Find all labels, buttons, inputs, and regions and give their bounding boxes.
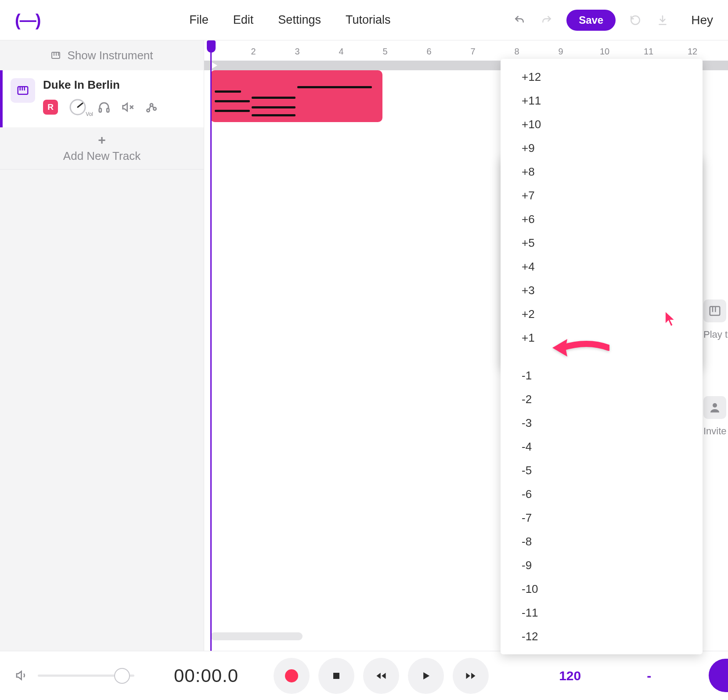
ruler-num: 4 (339, 47, 343, 57)
svg-rect-11 (107, 108, 109, 112)
playhead-marker[interactable] (207, 40, 216, 53)
headphones-icon[interactable] (97, 101, 111, 114)
pitch-option-minus-7[interactable]: -7 (501, 506, 703, 530)
ruler-num: 9 (558, 47, 563, 57)
annotation-arrow-icon (552, 336, 609, 362)
help-bubble[interactable] (709, 659, 728, 692)
pitch-option-minus-4[interactable]: -4 (501, 435, 703, 458)
pitch-option-plus-8[interactable]: +8 (501, 160, 703, 184)
logo-icon: (—) (15, 12, 40, 29)
pitch-option-minus-9[interactable]: -9 (501, 553, 703, 577)
ruler-num: 8 (514, 47, 519, 57)
track-info: Duke In Berlin R Vol (43, 78, 196, 116)
pitch-option-plus-7[interactable]: +7 (501, 184, 703, 207)
plus-icon: + (98, 134, 106, 147)
ruler-num: 10 (600, 47, 609, 57)
pitch-option-minus-2[interactable]: -2 (501, 387, 703, 411)
svg-rect-35 (333, 673, 339, 679)
user-icon (703, 396, 726, 419)
side-card-invite[interactable]: Invite a friend (703, 396, 728, 462)
svg-point-15 (150, 104, 153, 106)
rewind-button[interactable] (363, 658, 399, 694)
sidebar: Show Instrument Duke In Berlin R Vol (0, 40, 204, 651)
show-instrument-label: Show Instrument (67, 49, 153, 62)
add-track-button[interactable]: + Add New Track (0, 127, 204, 170)
main-menu: File Edit Settings Tutorials (189, 13, 390, 27)
key-display[interactable]: - (647, 668, 651, 683)
cursor-icon (663, 310, 678, 325)
pitch-option-minus-6[interactable]: -6 (501, 482, 703, 506)
record-button[interactable] (274, 658, 310, 694)
ruler-num: 6 (426, 47, 431, 57)
mute-icon[interactable] (121, 101, 134, 114)
side-card-label: Play the synth (703, 328, 728, 341)
svg-line-9 (78, 103, 83, 107)
pitch-option-plus-10[interactable]: +10 (501, 112, 703, 136)
track-controls: R Vol (43, 98, 196, 116)
menu-file[interactable]: File (189, 13, 209, 27)
track-row[interactable]: Duke In Berlin R Vol (0, 70, 204, 127)
undo-icon[interactable] (512, 13, 527, 28)
ruler-num: 2 (251, 47, 256, 57)
add-track-label: Add New Track (63, 149, 141, 163)
track-name-label: Duke In Berlin (43, 78, 196, 92)
volume-slider-thumb[interactable] (114, 668, 130, 684)
ruler-num: 7 (470, 47, 475, 57)
transport-bar: 00:00.0 120 - (0, 651, 728, 700)
side-card-label: Invite a friend (703, 425, 728, 438)
volume-knob[interactable]: Vol (68, 98, 87, 116)
greeting-label: Hey (691, 13, 713, 27)
ruler-num: 5 (382, 47, 387, 57)
volume-slider[interactable] (38, 675, 134, 677)
stop-button[interactable] (318, 658, 354, 694)
bpm-display[interactable]: 120 (559, 668, 581, 683)
pitch-option-plus-3[interactable]: +3 (501, 278, 703, 302)
svg-point-14 (147, 109, 149, 112)
midi-clip[interactable] (210, 70, 382, 122)
history-icon[interactable] (628, 13, 643, 28)
menu-tutorials[interactable]: Tutorials (346, 13, 391, 27)
redo-icon[interactable] (539, 13, 554, 28)
speaker-icon[interactable] (15, 668, 30, 683)
ruler-num: 12 (688, 47, 697, 57)
menu-edit[interactable]: Edit (233, 13, 254, 27)
play-button[interactable] (408, 658, 444, 694)
pitch-option-minus-3[interactable]: -3 (501, 411, 703, 435)
show-instrument-button[interactable]: Show Instrument (0, 40, 204, 70)
svg-rect-10 (99, 108, 101, 112)
horizontal-scrollbar[interactable] (210, 632, 303, 640)
time-display: 00:00.0 (174, 665, 238, 686)
fast-forward-button[interactable] (453, 658, 489, 694)
instrument-icon (11, 78, 35, 103)
topbar: (—) File Edit Settings Tutorials Save He… (0, 0, 728, 40)
pitch-option-plus-11[interactable]: +11 (501, 89, 703, 112)
automation-icon[interactable] (145, 101, 158, 114)
playhead-line (210, 40, 212, 651)
volume-label: Vol (86, 111, 93, 117)
pitch-option-plus-5[interactable]: +5 (501, 231, 703, 255)
menu-settings[interactable]: Settings (278, 13, 321, 27)
record-arm-badge[interactable]: R (43, 100, 58, 115)
pitch-option-minus-8[interactable]: -8 (501, 530, 703, 553)
pitch-option-plus-9[interactable]: +9 (501, 136, 703, 160)
download-icon[interactable] (655, 13, 670, 28)
pitch-option-minus-1[interactable]: -1 (501, 364, 703, 387)
transport-buttons (274, 658, 489, 694)
ruler-num: 3 (295, 47, 299, 57)
pitch-option-plus-6[interactable]: +6 (501, 207, 703, 231)
svg-point-20 (713, 403, 717, 408)
topbar-right: Save Hey (512, 10, 713, 31)
pitch-option-minus-12[interactable]: -12 (501, 624, 703, 648)
playhead-arrow-icon (212, 62, 217, 69)
pitch-option-minus-11[interactable]: -11 (501, 601, 703, 624)
ruler-num: 11 (644, 47, 653, 57)
pitch-option-minus-10[interactable]: -10 (501, 577, 703, 601)
pitch-option-plus-4[interactable]: +4 (501, 255, 703, 278)
record-dot-icon (285, 669, 298, 682)
pitch-option-plus-12[interactable]: +12 (501, 65, 703, 89)
pitch-option-minus-5[interactable]: -5 (501, 458, 703, 482)
piano-icon (703, 299, 726, 322)
side-card-play-synth[interactable]: Play the synth (703, 299, 728, 365)
master-volume (15, 668, 134, 683)
save-button[interactable]: Save (566, 10, 616, 31)
